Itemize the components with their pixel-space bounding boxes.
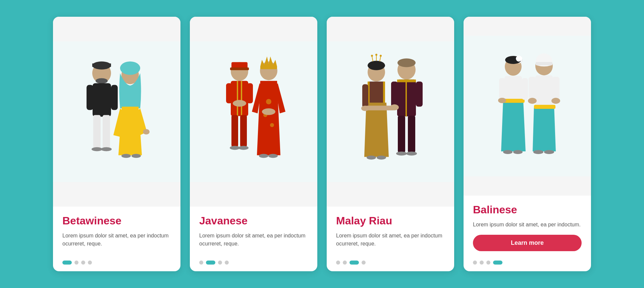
svg-rect-72 [504,76,522,101]
svg-rect-48 [368,82,385,103]
dot-1[interactable] [199,261,203,265]
svg-point-47 [380,55,382,57]
svg-rect-27 [247,83,253,103]
card-title-malay-riau: Malay Riau [336,215,445,227]
svg-rect-3 [92,64,111,67]
svg-rect-6 [93,115,101,149]
dots-betawinese [53,261,180,271]
svg-rect-74 [499,78,505,100]
svg-rect-7 [103,115,110,149]
dot-2[interactable] [343,261,347,265]
cards-container: Betawinese Lorem ipsum dolor sit amet, e… [40,3,604,285]
svg-point-11 [101,147,112,151]
svg-point-37 [259,154,268,158]
illustration-balinese [464,17,591,196]
svg-rect-5 [93,83,111,117]
svg-rect-9 [111,85,118,110]
card-javanese: Javanese Lorem ipsum dolor sit amet, ea … [190,17,317,271]
dot-2[interactable] [74,261,78,265]
dot-1[interactable] [336,261,340,265]
svg-rect-60 [391,82,398,107]
learn-more-button[interactable]: Learn more [473,235,582,251]
svg-point-71 [516,56,522,62]
dot-4[interactable] [225,261,229,265]
svg-point-87 [533,150,543,154]
card-title-balinese: Balinese [473,204,582,216]
card-text-balinese: Lorem ipsum dolor sit amet, ea per indoc… [473,221,582,229]
dot-1[interactable] [62,261,72,265]
card-text-javanese: Lorem ipsum dolor sit amet, ea per indoc… [199,232,308,248]
dot-3[interactable] [81,261,85,265]
card-balinese: Balinese Lorem ipsum dolor sit amet, ea … [464,17,591,271]
card-content-malay-riau: Malay Riau Lorem ipsum dolor sit amet, e… [327,207,454,261]
svg-point-88 [544,150,554,154]
svg-point-52 [377,156,386,160]
svg-point-30 [238,146,249,150]
svg-rect-82 [534,105,555,109]
svg-point-63 [396,152,407,156]
illustration-javanese [190,17,317,207]
svg-rect-25 [240,115,247,147]
card-content-javanese: Javanese Lorem ipsum dolor sit amet, ea … [190,207,317,261]
svg-rect-66 [464,36,591,176]
dots-malay-riau [327,261,454,271]
svg-point-41 [368,61,385,70]
svg-point-51 [367,156,376,160]
svg-rect-83 [529,77,536,100]
svg-point-35 [270,123,274,127]
svg-rect-39 [327,42,454,182]
svg-rect-65 [365,106,395,111]
svg-rect-32 [260,66,277,69]
svg-rect-56 [406,80,407,117]
svg-point-64 [406,152,417,156]
svg-point-16 [131,154,141,158]
dot-4[interactable] [493,261,502,265]
card-betawinese: Betawinese Lorem ipsum dolor sit amet, e… [53,17,180,271]
svg-rect-75 [522,78,528,100]
dot-4[interactable] [88,261,92,265]
svg-rect-49 [362,84,368,108]
svg-rect-84 [552,77,559,100]
svg-rect-61 [416,82,423,107]
svg-point-77 [503,150,513,154]
svg-rect-0 [53,42,180,182]
svg-rect-81 [535,75,553,107]
svg-rect-57 [397,80,416,82]
svg-point-33 [266,99,271,104]
card-content-betawinese: Betawinese Lorem ipsum dolor sit amet, e… [53,207,180,261]
card-content-balinese: Balinese Lorem ipsum dolor sit amet, ea … [464,196,591,261]
svg-point-86 [551,98,560,104]
svg-rect-59 [408,116,415,153]
svg-rect-80 [536,62,552,65]
svg-point-15 [121,154,131,158]
dot-2[interactable] [206,261,215,265]
dot-1[interactable] [473,261,477,265]
svg-point-10 [92,147,102,151]
svg-rect-8 [87,85,93,110]
svg-rect-26 [226,83,232,103]
svg-point-78 [513,150,523,154]
svg-rect-58 [398,116,405,153]
dots-balinese [464,261,591,271]
dot-3[interactable] [350,261,359,265]
dot-2[interactable] [480,261,484,265]
card-text-malay-riau: Lorem ipsum dolor sit amet, ea per indoc… [336,232,445,248]
svg-point-29 [230,146,240,150]
dot-3[interactable] [218,261,222,265]
svg-point-54 [397,59,416,67]
dots-javanese [190,261,317,271]
svg-rect-22 [237,81,238,116]
svg-point-85 [528,98,537,104]
dot-3[interactable] [486,261,490,265]
svg-point-13 [120,62,140,75]
svg-point-14 [143,129,150,135]
dot-4[interactable] [362,261,366,265]
svg-point-4 [96,78,108,84]
svg-rect-20 [230,68,249,70]
card-title-betawinese: Betawinese [62,215,171,227]
card-malay-riau: Malay Riau Lorem ipsum dolor sit amet, e… [327,17,454,271]
card-title-javanese: Javanese [199,215,308,227]
svg-point-36 [262,109,275,115]
illustration-malay-riau [327,17,454,207]
svg-point-45 [375,54,377,56]
